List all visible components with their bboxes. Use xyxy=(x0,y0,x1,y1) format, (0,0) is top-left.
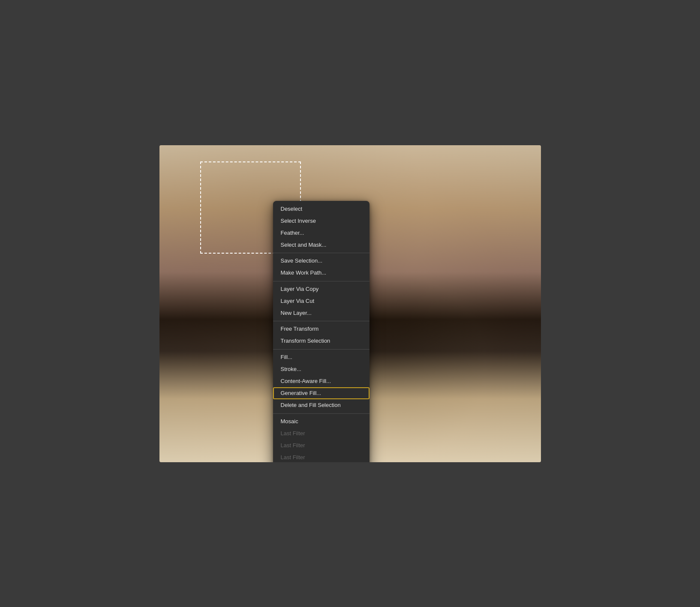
menu-item-deselect[interactable]: Deselect xyxy=(273,203,370,215)
context-menu: DeselectSelect InverseFeather...Select a… xyxy=(273,201,370,462)
menu-separator xyxy=(273,253,370,253)
menu-item-layer-via-copy[interactable]: Layer Via Copy xyxy=(273,283,370,295)
menu-item-last-filter-1: Last Filter xyxy=(273,428,370,440)
menu-item-feather[interactable]: Feather... xyxy=(273,227,370,239)
menu-item-content-aware-fill[interactable]: Content-Aware Fill... xyxy=(273,375,370,387)
menu-separator xyxy=(273,321,370,321)
menu-item-make-work-path[interactable]: Make Work Path... xyxy=(273,267,370,279)
menu-item-last-filter-2: Last Filter xyxy=(273,440,370,452)
menu-item-new-layer[interactable]: New Layer... xyxy=(273,307,370,319)
menu-item-stroke[interactable]: Stroke... xyxy=(273,363,370,375)
menu-item-fill[interactable]: Fill... xyxy=(273,351,370,363)
menu-item-select-and-mask[interactable]: Select and Mask... xyxy=(273,239,370,251)
menu-item-select-inverse[interactable]: Select Inverse xyxy=(273,215,370,227)
menu-separator xyxy=(273,349,370,350)
menu-separator xyxy=(273,413,370,414)
menu-item-generative-fill[interactable]: Generative Fill... xyxy=(273,387,370,399)
menu-item-free-transform[interactable]: Free Transform xyxy=(273,323,370,335)
menu-item-transform-selection[interactable]: Transform Selection xyxy=(273,335,370,347)
menu-item-save-selection[interactable]: Save Selection... xyxy=(273,255,370,267)
canvas-area: DeselectSelect InverseFeather...Select a… xyxy=(159,145,541,462)
menu-separator xyxy=(273,281,370,281)
menu-item-mosaic[interactable]: Mosaic xyxy=(273,416,370,428)
menu-item-last-filter-3: Last Filter xyxy=(273,452,370,462)
menu-item-delete-and-fill[interactable]: Delete and Fill Selection xyxy=(273,399,370,411)
menu-item-layer-via-cut[interactable]: Layer Via Cut xyxy=(273,295,370,307)
